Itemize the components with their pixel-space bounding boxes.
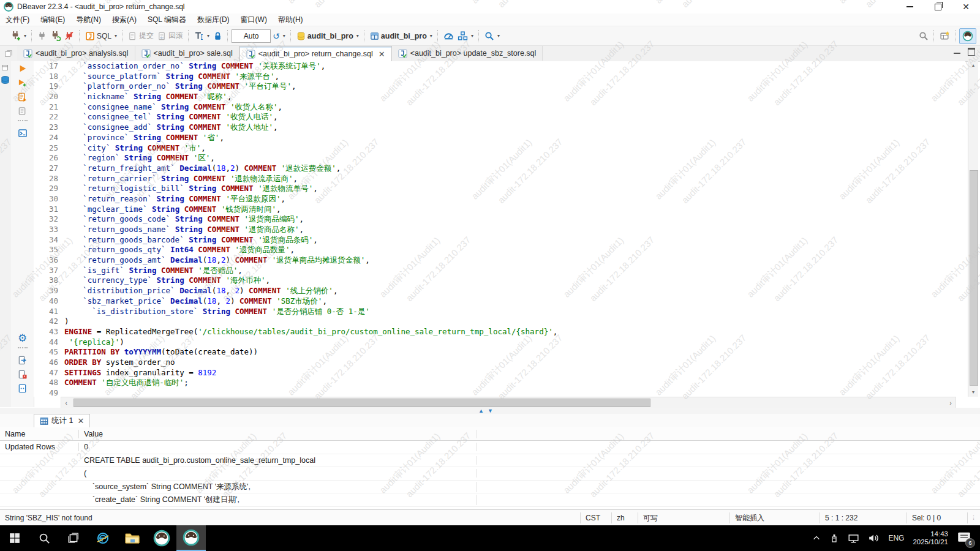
input-language-indicator[interactable]: ENG [888,534,904,542]
code-line[interactable]: 22 `consignee_tel` String COMMENT '收货人电话… [34,112,965,122]
scroll-down-icon[interactable]: ▾ [968,388,978,397]
editor-tab[interactable]: <audit_bi_pro> update_sbz_store.sql [392,46,543,61]
internet-explorer-button[interactable] [88,525,118,551]
action-center-button[interactable]: 6 [957,530,973,546]
menu-item[interactable]: 文件(F) [0,15,35,25]
restore-window-button[interactable] [924,0,952,13]
status-cell[interactable]: 智能插入 [729,512,820,523]
commit-mode-select[interactable]: Auto [232,29,271,43]
menu-item[interactable]: 编辑(E) [35,15,70,25]
status-cell[interactable]: Sel: 0 | 0 [907,512,967,523]
horizontal-scroll-thumb[interactable] [74,399,650,407]
code-line[interactable]: 38 `currency_type` String COMMENT '海外币种'… [34,276,965,286]
code-line[interactable]: 36 `return_goods_amt` Decimal(18,2) COMM… [34,255,965,266]
splitter-up-icon[interactable]: ▲ [478,408,484,414]
code-line[interactable]: 42) [34,317,965,327]
editor-tab[interactable]: <audit_bi_pro> sale.sql [135,46,239,61]
taskbar-search-button[interactable] [29,525,59,551]
quick-search-button[interactable] [917,29,930,43]
transaction-mode-button[interactable]: ▾ [192,29,211,43]
commit-button[interactable]: 提交 [126,29,156,43]
tray-expand-icon[interactable] [812,534,821,542]
close-window-button[interactable]: ✕ [952,0,980,13]
tab-close-icon[interactable]: ✕ [379,50,385,59]
code-line[interactable]: 25 `city` String COMMENT '市', [34,143,965,154]
menu-item[interactable]: 帮助(H) [273,15,309,25]
status-cell[interactable]: CST [580,512,611,523]
tab-close-icon[interactable]: ✕ [77,416,84,425]
usb-device-icon[interactable] [829,533,839,544]
splitter-down-icon[interactable]: ▼ [488,408,493,414]
code-line[interactable]: 46ORDER BY system_order_no [34,358,965,368]
code-line[interactable]: 28 `return_carrier` String COMMENT '退款物流… [34,174,965,184]
status-cell[interactable]: 可写 [638,512,729,523]
connection-selector[interactable]: audit_bi_pro ▾ [295,29,361,43]
editor-tab[interactable]: <audit_bi_pro> return_change.sql✕ [239,46,392,62]
vertical-scroll-thumb[interactable] [970,170,978,386]
minimize-window-button[interactable] [895,0,924,13]
scroll-up-icon[interactable]: ▴ [968,61,978,70]
minimize-view-button[interactable] [954,53,960,54]
menu-item[interactable]: 窗口(W) [235,15,273,25]
sql-console-button[interactable] [11,126,34,140]
code-line[interactable]: 35 `return_goods_qty` Int64 COMMENT '退货商… [34,245,965,255]
rollback-button[interactable]: 回滚 [156,29,185,43]
maximize-view-button[interactable] [968,48,975,56]
search-button[interactable]: ▾ [483,29,502,43]
status-cell[interactable]: 5 : 1 : 232 [820,512,907,523]
sql-editor-button[interactable]: SQL ▾ [83,29,119,43]
code-line[interactable]: 40 `sbz_market_price` Decimal(18, 2) COM… [34,296,965,307]
column-header-name[interactable]: Name [0,430,79,438]
table-row[interactable]: `create_date` String COMMENT '创建日期', [0,493,980,507]
sql-code-editor[interactable]: 17 `association_order_no` String COMMENT… [34,61,965,397]
restore-view-icon[interactable] [1,64,10,72]
code-line[interactable]: 30 `return_reason` String COMMENT '平台退款原… [34,194,965,204]
open-perspective-button[interactable] [938,29,952,43]
code-line[interactable]: 17 `association_order_no` String COMMENT… [34,61,965,72]
volume-icon[interactable] [868,533,880,544]
code-line[interactable]: 26 `region` String COMMENT '区', [34,153,965,163]
code-line[interactable]: 48COMMENT '自定义电商退销-临时'; [34,378,965,388]
code-line[interactable]: 19 `platform_order_no` String COMMENT '平… [34,81,965,92]
disconnect-button[interactable] [62,29,76,43]
connect-button[interactable] [36,29,48,43]
code-line[interactable]: 21 `consignee_name` String COMMENT '收货人名… [34,102,965,113]
code-line[interactable]: 39 `distribution_price` Decimal(18, 2) C… [34,286,965,296]
table-row[interactable]: CREATE TABLE audit_bi_pro.custom_online_… [0,454,980,468]
code-line[interactable]: 43ENGINE = ReplicatedMergeTree('/clickho… [34,327,965,337]
dashboard-button[interactable] [442,29,456,43]
taskbar-clock[interactable]: 14:43 2025/10/21 [913,530,948,546]
panel-splitter[interactable]: ▲ ▼ [0,408,980,414]
execute-statement-button[interactable] [11,62,34,75]
new-connection-button[interactable]: ▾ [9,29,28,43]
export-result-button[interactable] [11,353,34,367]
code-line[interactable]: 47SETTINGS index_granularity = 8192 [34,368,965,378]
code-line[interactable]: 24 `province` String COMMENT '省', [34,133,965,143]
scroll-right-icon[interactable]: › [946,399,956,407]
scroll-left-icon[interactable]: ‹ [61,399,71,407]
schema-selector[interactable]: audit_bi_pro ▾ [368,29,434,43]
editor-horizontal-scrollbar[interactable]: ‹ › [61,397,956,408]
file-explorer-button[interactable] [118,525,147,551]
transaction-log-button[interactable]: ↺ ▾ [271,29,287,43]
column-header-value[interactable]: Value [79,430,477,438]
code-line[interactable]: 32 `return_goods_code` String COMMENT '退… [34,214,965,225]
table-row[interactable]: ( [0,467,980,481]
code-line[interactable]: 33 `return_goods_name` String COMMENT '退… [34,225,965,235]
menu-item[interactable]: 数据库(D) [192,15,235,25]
code-line[interactable]: 23 `consignee_add` String COMMENT '收货人地址… [34,122,965,133]
table-row[interactable]: `source_system` String COMMENT '来源系统', [0,481,980,494]
network-icon[interactable] [848,533,859,544]
editor-vertical-scrollbar[interactable]: ▴ ▾ [968,61,978,397]
code-line[interactable]: 49 [34,388,965,397]
explain-plan-button[interactable] [11,104,34,118]
dbeaver-taskbar-button[interactable] [147,525,176,551]
menu-item[interactable]: 导航(N) [70,15,107,25]
show-log-button[interactable] [11,381,34,395]
database-navigator-icon[interactable] [1,75,10,84]
menu-item[interactable]: SQL 编辑器 [142,15,192,25]
execute-script-button[interactable] [11,90,34,103]
status-cell[interactable]: zh [611,512,638,523]
menu-item[interactable]: 搜索(A) [107,15,142,25]
code-line[interactable]: 18 `source_platform` String COMMENT '来源平… [34,72,965,82]
